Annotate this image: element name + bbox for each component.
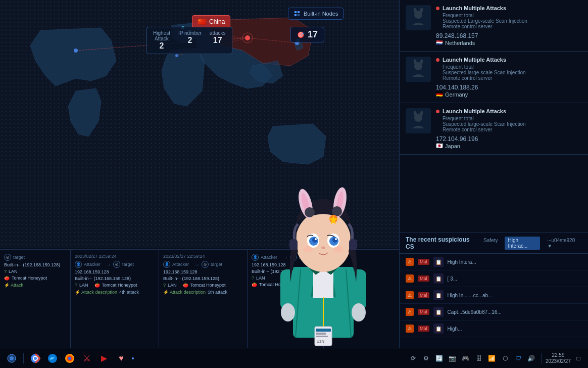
media-icon[interactable]: ▶	[96, 351, 112, 366]
warn-icon: ⚠	[406, 325, 414, 333]
attacker-tag-3c: Suspected large-scale Scan Injection	[443, 121, 582, 127]
attacker-avatar-1	[406, 5, 431, 30]
list-item: ⚠ Mal 📋 High...	[400, 320, 588, 337]
ip-label: IP number	[178, 30, 202, 36]
lan-3: LAN	[256, 275, 265, 281]
mal-icon: 📋	[433, 290, 444, 300]
game-icon-1[interactable]: ⚔	[79, 351, 94, 366]
lan-2: LAN	[168, 283, 177, 288]
attacker-country-1: 🇳🇱 Netherlands	[436, 39, 582, 46]
lan-1: LAN	[79, 283, 88, 288]
network-icon[interactable]: ⟳	[408, 353, 419, 364]
attacker-icon-1: 👤	[75, 261, 82, 268]
clock: 22:59 2023/02/27	[546, 352, 571, 364]
tab-more[interactable]: ···u04ste920 ▼	[544, 237, 582, 250]
svg-point-66	[10, 356, 14, 360]
mal-badge: Mal	[418, 309, 429, 315]
edge-icon[interactable]	[45, 351, 60, 366]
map-area: 🇨🇳 China Highest Attack 2 IP number 2 at…	[0, 0, 399, 248]
mal-badge: Mal	[418, 259, 429, 265]
honeypot-3: Tomcat Honeypot	[259, 282, 295, 287]
recent-item-text: High In... ...cc...ab...	[448, 293, 582, 298]
attacker-icon-2: 👤	[163, 261, 170, 268]
attacker-ip-2: 104.140.188.26	[436, 84, 582, 91]
attack-card-3: 👤 Attacker → ◎ target 192.168.159.128 Bu…	[248, 250, 324, 348]
attacker-country-3: 🇯🇵 Japan	[436, 143, 582, 149]
notification-icon[interactable]: □	[573, 353, 584, 364]
attacker-country-2: 🇩🇪 Germany	[436, 91, 582, 98]
attacker-info-2: Launch Multiple Attacks Frequent total S…	[436, 57, 582, 98]
attacker-card-3: Launch Multiple Attacks Frequent total S…	[400, 103, 588, 155]
attacker-ip-2: 192.168.159.128	[163, 269, 198, 274]
recent-item-text: [ 3...	[448, 276, 582, 282]
sync-icon[interactable]: 🔄	[434, 353, 445, 364]
bluetooth-icon[interactable]: ⬡	[500, 353, 511, 364]
germany-flag: 🇩🇪	[436, 91, 443, 98]
target-ip-0: Built-in··· (192.168.159.128)	[4, 262, 60, 267]
tab-safety[interactable]: Safety	[480, 237, 501, 250]
tab-high-interac[interactable]: High Interac...	[505, 237, 540, 250]
storage-icon[interactable]: 🗄	[473, 353, 484, 364]
attacker-info-3: Launch Multiple Attacks Frequent total S…	[436, 108, 582, 149]
taskbar: ⚔ ▶ ♥ ⟳ ⚙ 🔄 📷 🎮 🗄 📶 ⬡ 🛡 🔊 22:59 2023/02/…	[0, 348, 588, 368]
attacker-ip-1: 89.248.168.157	[436, 32, 582, 39]
list-item: ⚠ Mal 📋 High Intera...	[400, 254, 588, 270]
wifi-icon[interactable]: 📶	[486, 353, 498, 364]
builtin-nodes-panel[interactable]: Built-in Nodes	[288, 8, 344, 20]
highest-label: Highest	[153, 30, 170, 36]
list-item: ⚠ Mal 📋 Capt...5de9a0b87...16...	[400, 304, 588, 320]
warn-icon: ⚠	[406, 258, 414, 266]
attacker-info-1: Launch Multiple Attacks Frequent total S…	[436, 5, 582, 46]
right-panel: Launch Multiple Attacks Frequent total S…	[399, 0, 588, 233]
attack-time-1: 2023/02/27 22:59:24	[75, 254, 155, 259]
attacks-counter: 🎯 17	[290, 27, 324, 42]
game-icon-2[interactable]: 🎮	[460, 353, 471, 364]
svg-point-6	[74, 49, 78, 53]
app-icon[interactable]: ♥	[114, 351, 129, 366]
target-ip-1: Built-in··· (192.168.159.128)	[75, 276, 131, 281]
recent-tabs[interactable]: Safety High Interac... ···u04ste920 ▼	[480, 237, 582, 250]
svg-rect-15	[295, 14, 297, 16]
list-item: ⚠ Mal 📋 [ 3...	[400, 270, 588, 287]
attacker-tag-1b: Frequent total	[443, 13, 582, 18]
shield-tray-icon[interactable]: 🛡	[513, 353, 524, 364]
settings-icon[interactable]: ⚙	[421, 353, 432, 364]
target-label-0: target	[13, 255, 33, 260]
china-label: China	[209, 18, 225, 25]
attacker-tag-3b: Frequent total	[443, 116, 582, 121]
attacker-tag-1a: Launch Multiple Attacks	[443, 5, 506, 11]
attacker-card-1: Launch Multiple Attacks Frequent total S…	[400, 0, 588, 52]
attacker-card-2: Launch Multiple Attacks Frequent total S…	[400, 52, 588, 103]
active-indicator	[132, 357, 134, 359]
chrome-icon[interactable]	[28, 351, 43, 366]
ip-value: 2	[178, 36, 202, 45]
svg-point-73	[68, 357, 71, 360]
attacker-tag-2a: Launch Multiple Attacks	[443, 57, 506, 63]
attacker-tag-2c: Suspected large-scale Scan Injection	[443, 70, 582, 75]
honeypot-2: Tomcat Honeypot	[190, 283, 226, 288]
list-item: ⚠ Mal 📋 High In... ...cc...ab...	[400, 287, 588, 304]
china-flag: 🇨🇳	[198, 18, 206, 26]
recent-header: The recent suspicious CS Safety High Int…	[400, 233, 588, 254]
attacker-label-3: Attacker	[261, 255, 281, 260]
stats-box: Highest Attack 2 IP number 2 attacks 17	[146, 27, 232, 54]
svg-point-4	[245, 35, 250, 40]
mal-badge: Mal	[418, 275, 429, 282]
volume-icon[interactable]: 🔊	[526, 353, 537, 364]
attack-card-1: 2023/02/27 22:59:24 👤 Attacker → ◎ targe…	[71, 250, 159, 348]
recent-title: The recent suspicious CS	[406, 236, 476, 250]
start-button[interactable]	[4, 351, 19, 366]
svg-rect-14	[298, 11, 300, 13]
attack-label: Attack	[153, 36, 170, 41]
attacker-tag-1d: Remote control server	[443, 24, 582, 29]
attacker-avatar-2	[406, 57, 431, 82]
camera-icon[interactable]: 📷	[447, 353, 458, 364]
attacker-tag-3d: Remote control server	[443, 127, 582, 132]
attacks-value: 17	[210, 36, 226, 45]
attacker-ip-3: 172.104.96.196	[436, 135, 582, 143]
mal-icon: 📋	[433, 324, 444, 334]
attacks-count: 17	[308, 29, 318, 40]
attack-desc-2: ⚡ Attack description	[163, 290, 206, 295]
firefox-icon[interactable]	[62, 351, 77, 366]
attacker-label-2: Attacker	[172, 262, 192, 267]
